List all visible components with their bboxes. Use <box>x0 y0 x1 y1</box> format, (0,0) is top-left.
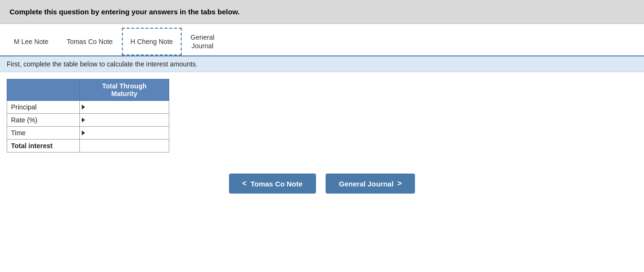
time-label: Time <box>7 127 80 140</box>
instruction-text: Complete this question by entering your … <box>10 8 240 16</box>
prev-chevron-icon: < <box>242 179 247 188</box>
table-row: Time <box>7 127 169 140</box>
principal-cell <box>79 101 169 114</box>
total-interest-input[interactable] <box>85 140 169 152</box>
table-row: Principal <box>7 101 169 114</box>
next-button[interactable]: General Journal > <box>326 174 415 194</box>
time-input[interactable] <box>85 127 169 139</box>
calculation-table: Total ThroughMaturity Principal Rate (%) <box>7 79 169 152</box>
tab-m-lee-note[interactable]: M Lee Note <box>5 28 57 55</box>
principal-label: Principal <box>7 101 80 114</box>
rate-cell <box>79 114 169 127</box>
tab-tomas-co-note[interactable]: Tomas Co Note <box>57 28 121 55</box>
table-section: Total ThroughMaturity Principal Rate (%) <box>0 72 644 159</box>
prev-button-label: Tomas Co Note <box>251 180 303 188</box>
empty-header <box>7 79 80 101</box>
table-row: Rate (%) <box>7 114 169 127</box>
table-row: Total interest <box>7 140 169 152</box>
principal-arrow-icon <box>82 105 85 109</box>
rate-arrow-icon <box>82 118 85 122</box>
prev-button[interactable]: < Tomas Co Note <box>229 174 316 194</box>
total-interest-cell <box>79 140 169 152</box>
rate-input[interactable] <box>85 114 169 126</box>
total-interest-label: Total interest <box>7 140 80 152</box>
navigation-buttons: < Tomas Co Note General Journal > <box>0 159 644 203</box>
time-cell <box>79 127 169 140</box>
next-button-label: General Journal <box>339 180 393 188</box>
tab-h-cheng-note[interactable]: H Cheng Note <box>122 28 182 55</box>
content-area: First, complete the table below to calcu… <box>0 56 644 159</box>
principal-input[interactable] <box>85 101 169 113</box>
rate-label: Rate (%) <box>7 114 80 127</box>
tab-general-journal[interactable]: GeneralJournal <box>182 28 224 55</box>
time-arrow-icon <box>82 131 85 135</box>
instruction-bar: Complete this question by entering your … <box>0 0 644 24</box>
info-bar: First, complete the table below to calcu… <box>0 56 644 72</box>
next-chevron-icon: > <box>397 179 402 188</box>
tabs-container: M Lee Note Tomas Co Note H Cheng Note Ge… <box>0 28 644 56</box>
column-header: Total ThroughMaturity <box>79 79 169 101</box>
